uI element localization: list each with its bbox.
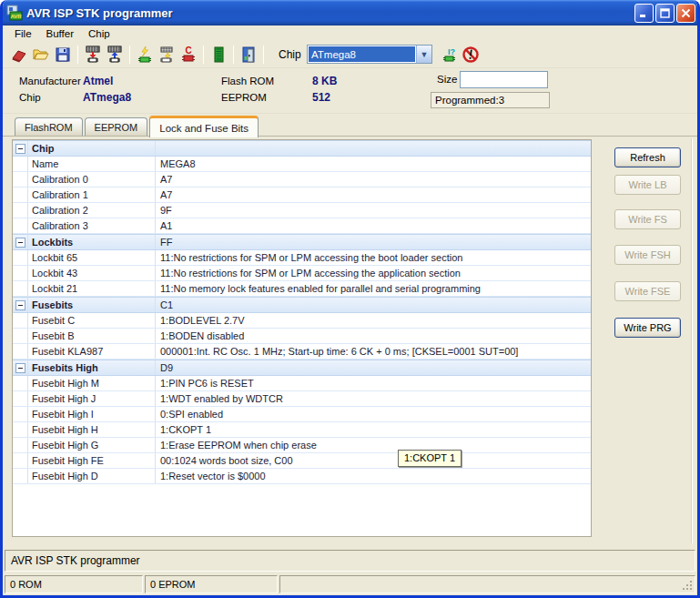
flash-rom-label: Flash ROM — [221, 76, 274, 86]
chip-info-panel: Manufacturer Atmel Chip ATmega8 Flash RO… — [3, 68, 697, 114]
program-chip-icon[interactable] — [134, 45, 156, 65]
svg-text:I?: I? — [448, 47, 455, 56]
status-panel-extra — [279, 575, 695, 593]
tab-lock-and-fuse-bits[interactable]: Lock and Fuse Bits — [149, 116, 259, 137]
fuse-group-row[interactable]: Fusebits C1 — [13, 297, 591, 313]
chip-combobox-value: ATmega8 — [309, 46, 415, 62]
fuse-row[interactable]: Fusebit C1:BODLEVEL 2.7V — [13, 313, 591, 329]
eeprom-label: EEPROM — [221, 92, 267, 103]
fuse-row[interactable]: Lockbit 4311:No restrictions for SPM or … — [13, 266, 591, 281]
write-flash-icon[interactable] — [82, 45, 104, 65]
chip-combobox[interactable]: ATmega8 ▼ — [307, 45, 432, 64]
fuse-bits-table: Chip NameMEGA8 Calibration 0A7 Calibrati… — [12, 139, 592, 537]
programmed-status: Programmed:3 — [431, 92, 550, 108]
fuse-row[interactable]: Fusebit High G1:Erase EEPROM when chip e… — [13, 438, 591, 453]
size-input[interactable] — [460, 71, 548, 88]
tooltip: 1:CKOPT 1 — [398, 450, 462, 467]
toolbar-separator — [77, 46, 78, 64]
fuse-row[interactable]: Lockbit 2111:No memory lock features ena… — [13, 281, 591, 297]
fuse-row[interactable]: Fusebit High FE00:1024 words boot size, … — [13, 453, 591, 469]
status-message-bar: AVR ISP STK programmer — [5, 550, 695, 572]
fuse-row[interactable]: Calibration 0A7 — [13, 172, 591, 188]
fuse-row[interactable]: Fusebit High J1:WDT enabled by WDTCR — [13, 391, 591, 407]
svg-text:C: C — [185, 46, 191, 56]
tab-page-lock-and-fuse: Chip NameMEGA8 Calibration 0A7 Calibrati… — [3, 137, 697, 547]
tab-strip: FlashROM EEPROM Lock and Fuse Bits — [3, 114, 697, 137]
menu-buffer[interactable]: Buffer — [39, 27, 81, 40]
fuse-group-row[interactable]: Chip — [13, 140, 591, 157]
collapse-icon[interactable] — [15, 300, 25, 310]
manufacturer-value: Atmel — [83, 75, 113, 87]
close-icon — [681, 8, 691, 18]
status-panel-eprom: 0 EPROM — [145, 575, 278, 593]
app-window: AVR AVR ISP STK programmer File Buffer C… — [0, 0, 700, 598]
fuse-row[interactable]: Fusebit High M1:PIN PC6 is RESET — [13, 376, 591, 391]
exit-icon[interactable] — [238, 45, 259, 65]
read-flash-icon[interactable] — [104, 45, 126, 65]
minimize-icon — [639, 8, 649, 18]
erase-buffer-icon[interactable] — [8, 45, 30, 65]
status-bar: 0 ROM 0 EPROM — [3, 574, 697, 595]
chevron-down-icon[interactable]: ▼ — [416, 46, 431, 63]
resize-grip-icon[interactable] — [682, 580, 694, 592]
flash-rom-value: 8 KB — [312, 75, 337, 87]
collapse-icon[interactable] — [15, 144, 25, 154]
erase-chip-icon[interactable]: C — [178, 45, 199, 65]
tab-flashrom[interactable]: FlashROM — [15, 117, 83, 137]
cancel-icon[interactable] — [460, 45, 482, 65]
status-panel-rom: 0 ROM — [5, 575, 143, 593]
chip-combo-label: Chip — [279, 48, 301, 61]
chip-info-icon[interactable]: I? — [440, 45, 462, 65]
write-lb-button[interactable]: Write LB — [614, 175, 681, 195]
fuse-row[interactable]: NameMEGA8 — [13, 157, 591, 172]
fuse-row[interactable]: Fusebit KLA987000001:Int. RC Osc. 1 MHz;… — [13, 344, 591, 360]
fuse-row[interactable]: Lockbit 6511:No restrictions for SPM or … — [13, 250, 591, 266]
write-fsh-button[interactable]: Write FSH — [614, 245, 681, 265]
fuse-group-row[interactable]: Fusebits High D9 — [13, 360, 591, 376]
verify-chip-icon[interactable] — [156, 45, 178, 65]
manufacturer-label: Manufacturer — [19, 76, 81, 86]
eeprom-value: 512 — [312, 91, 330, 104]
svg-text:AVR: AVR — [10, 14, 22, 19]
write-fse-button[interactable]: Write FSE — [614, 281, 681, 301]
toolbar-separator — [233, 46, 234, 64]
window-title: AVR ISP STK programmer — [26, 6, 634, 20]
fuse-row[interactable]: Calibration 29F — [13, 203, 591, 218]
toolbar-separator — [129, 46, 130, 64]
write-fs-button[interactable]: Write FS — [614, 209, 681, 229]
tab-eeprom[interactable]: EEPROM — [85, 117, 148, 137]
close-button[interactable] — [676, 4, 695, 23]
refresh-button[interactable]: Refresh — [614, 147, 681, 167]
fuse-row[interactable]: Fusebit High I0:SPI enabled — [13, 407, 591, 422]
chip-value: ATmega8 — [83, 91, 131, 104]
chip-label: Chip — [19, 92, 41, 103]
collapse-icon[interactable] — [15, 238, 25, 248]
save-file-icon[interactable] — [52, 45, 74, 65]
maximize-button[interactable] — [655, 4, 675, 23]
menu-bar: File Buffer Chip — [3, 25, 697, 41]
fuse-row[interactable]: Fusebit B1:BODEN disabled — [13, 329, 591, 344]
app-icon: AVR — [6, 5, 23, 21]
chip-socket-icon[interactable] — [208, 45, 229, 65]
collapse-icon[interactable] — [15, 363, 25, 373]
toolbar: C Chip ATmega8 ▼ I? — [3, 41, 697, 68]
fuse-row[interactable]: Calibration 3A1 — [13, 218, 591, 234]
menu-file[interactable]: File — [7, 27, 39, 40]
fuse-group-row[interactable]: Lockbits FF — [13, 234, 591, 250]
minimize-button[interactable] — [634, 4, 654, 23]
fuse-row[interactable]: Fusebit High D1:Reset vector is $0000 — [13, 469, 591, 484]
panel-edge — [691, 138, 693, 543]
write-prg-button[interactable]: Write PRG — [614, 318, 681, 338]
fuse-row[interactable]: Calibration 1A7 — [13, 188, 591, 203]
fuse-row[interactable]: Fusebit High H1:CKOPT 1 — [13, 422, 591, 438]
maximize-icon — [660, 8, 670, 18]
open-file-icon[interactable] — [30, 45, 52, 65]
size-label: Size — [437, 74, 457, 85]
title-bar[interactable]: AVR AVR ISP STK programmer — [0, 0, 700, 25]
toolbar-separator — [203, 46, 204, 64]
menu-chip[interactable]: Chip — [81, 27, 117, 40]
toolbar-separator — [263, 46, 264, 64]
